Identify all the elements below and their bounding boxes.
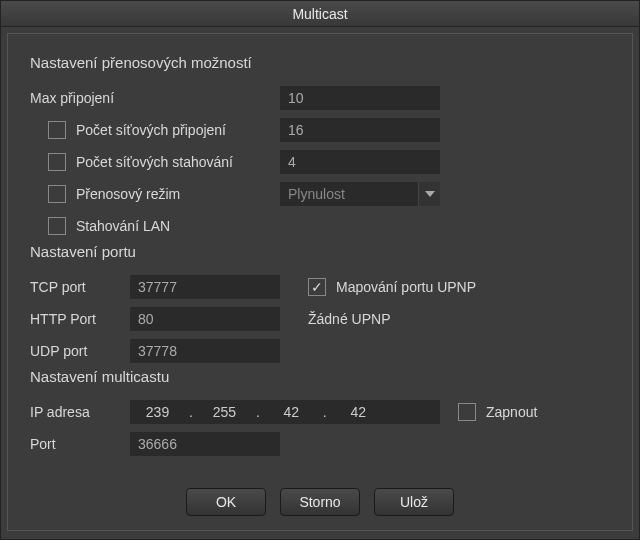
- multicast-section-title: Nastavení multicastu: [30, 368, 610, 385]
- upnp-mapping-checkbox[interactable]: [308, 278, 326, 296]
- transfer-section-title: Nastavení přenosových možností: [30, 54, 610, 71]
- upnp-status-text: Žádné UPNP: [308, 311, 390, 327]
- cancel-button[interactable]: Storno: [280, 488, 360, 516]
- multicast-enable-label: Zapnout: [486, 404, 537, 420]
- net-downloads-input[interactable]: [280, 150, 440, 174]
- multicast-port-input[interactable]: [130, 432, 280, 456]
- tcp-port-input[interactable]: [130, 275, 280, 299]
- net-connections-label: Počet síťových připojení: [76, 122, 226, 138]
- chevron-down-icon: [418, 182, 440, 206]
- http-port-label: HTTP Port: [30, 311, 130, 327]
- multicast-port-label: Port: [30, 436, 130, 452]
- net-connections-checkbox[interactable]: [48, 121, 66, 139]
- transfer-mode-value: Plynulost: [288, 186, 345, 202]
- multicast-dialog: Multicast Nastavení přenosových možností…: [0, 0, 640, 540]
- transfer-mode-select[interactable]: Plynulost: [280, 182, 440, 206]
- ip-address-label: IP adresa: [30, 404, 130, 420]
- save-button[interactable]: Ulož: [374, 488, 454, 516]
- window-title: Multicast: [292, 6, 347, 22]
- transfer-mode-label: Přenosový režim: [76, 186, 180, 202]
- transfer-mode-checkbox[interactable]: [48, 185, 66, 203]
- ip-address-input[interactable]: . . .: [130, 400, 440, 424]
- ip-octet-3[interactable]: [264, 404, 319, 420]
- ip-octet-2[interactable]: [197, 404, 252, 420]
- ip-octet-4[interactable]: [331, 404, 386, 420]
- max-connections-label: Max připojení: [30, 90, 280, 106]
- ip-octet-1[interactable]: [130, 404, 185, 420]
- window-titlebar: Multicast: [1, 1, 639, 27]
- max-connections-input[interactable]: [280, 86, 440, 110]
- svg-marker-0: [425, 191, 435, 197]
- net-downloads-checkbox[interactable]: [48, 153, 66, 171]
- port-section-title: Nastavení portu: [30, 243, 610, 260]
- dialog-button-row: OK Storno Ulož: [8, 488, 632, 516]
- multicast-enable-checkbox[interactable]: [458, 403, 476, 421]
- upnp-mapping-label: Mapování portu UPNP: [336, 279, 476, 295]
- net-downloads-label: Počet síťových stahování: [76, 154, 233, 170]
- http-port-input[interactable]: [130, 307, 280, 331]
- ok-button[interactable]: OK: [186, 488, 266, 516]
- udp-port-input[interactable]: [130, 339, 280, 363]
- tcp-port-label: TCP port: [30, 279, 130, 295]
- lan-download-label: Stahování LAN: [76, 218, 170, 234]
- net-connections-input[interactable]: [280, 118, 440, 142]
- udp-port-label: UDP port: [30, 343, 130, 359]
- dialog-content: Nastavení přenosových možností Max připo…: [7, 33, 633, 531]
- lan-download-checkbox[interactable]: [48, 217, 66, 235]
